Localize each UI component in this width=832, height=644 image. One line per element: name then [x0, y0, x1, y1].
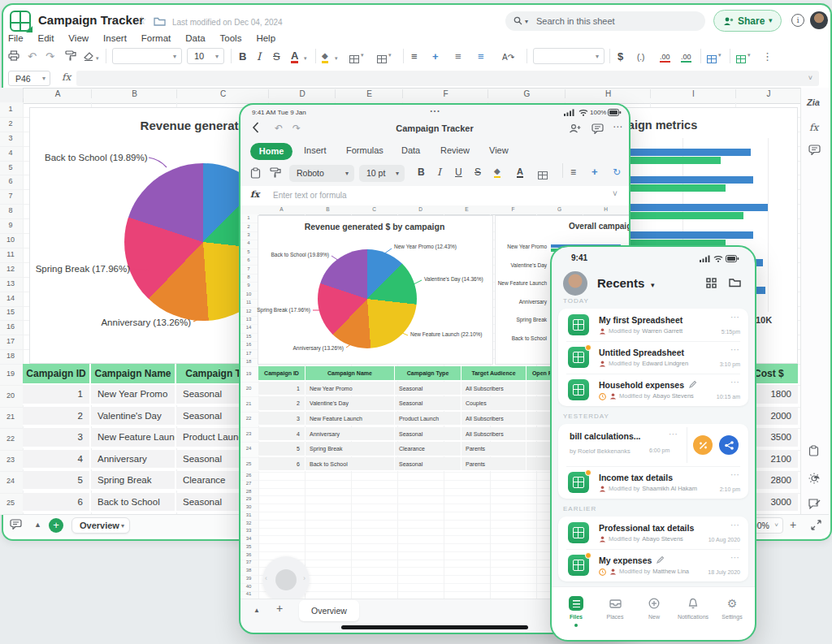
file-more-icon[interactable]: ⋯ [669, 429, 678, 439]
tablet-table-cell[interactable]: 3 [258, 412, 306, 426]
nav-item-notifications[interactable]: Notifications [675, 591, 711, 633]
tablet-table-cell[interactable]: All Subscribers [462, 412, 526, 426]
functions-icon[interactable]: fx [809, 122, 818, 133]
zia-icon[interactable]: Zia [807, 97, 820, 107]
table-cell[interactable]: 2 [23, 407, 91, 426]
file-more-icon[interactable]: ⋯ [730, 552, 740, 563]
row-number[interactable]: 24 [0, 477, 21, 485]
tablet-table-header-cell[interactable]: Campaign ID [258, 366, 306, 381]
table-cell[interactable]: Spring Break [91, 471, 176, 491]
tablet-table-cell[interactable]: Valentine's Day [306, 396, 395, 411]
row-number[interactable]: 22 [0, 434, 21, 443]
zoom-in-button[interactable]: + [790, 518, 796, 531]
sheet-tab-overview[interactable]: Overview ▾ [72, 517, 130, 534]
tablet-table-cell[interactable]: Anniversary [306, 427, 395, 442]
tablet-table-cell[interactable]: All Subscribers [462, 427, 526, 442]
tablet-sheet-tab-overview[interactable]: Overview [299, 600, 359, 621]
column-header-H[interactable]: H [565, 89, 651, 98]
file-more-icon[interactable]: ⋯ [730, 520, 740, 530]
tablet-table-cell[interactable]: Parents [462, 457, 526, 472]
tablet-table-header-cell[interactable]: Target Audience [462, 366, 526, 381]
phone-grid-view-icon[interactable] [706, 278, 717, 288]
cost-cell[interactable]: 3500 [748, 428, 798, 447]
phone-recents-label[interactable]: Recents [597, 276, 644, 290]
table-cell[interactable]: Anniversary [91, 450, 176, 469]
feedback-icon[interactable] [808, 499, 821, 509]
column-header-J[interactable]: J [735, 89, 801, 98]
tablet-table-cell[interactable]: 5 [258, 442, 306, 456]
clipboard-icon[interactable] [808, 445, 819, 456]
cost-header-cell[interactable]: Cost $ [748, 364, 798, 385]
tablet-home-indicator[interactable] [341, 625, 528, 629]
file-list-item[interactable]: My first SpreadsheetModified byWarren Ga… [558, 309, 748, 341]
tablet-table-cell[interactable]: New Feature Launch [306, 412, 395, 426]
tablet-table-cell[interactable]: 4 [258, 427, 306, 442]
file-more-icon[interactable]: ⋯ [730, 344, 740, 355]
tablet-table-cell[interactable]: All Subscribers [462, 382, 526, 396]
tablet-table-cell[interactable]: Couples [462, 396, 526, 411]
file-list-item-swiped[interactable]: bill calculations...⋯by Roelof Bekkenank… [558, 424, 748, 466]
comment-bubble-icon[interactable] [10, 519, 22, 529]
nav-item-files[interactable]: Files [558, 591, 594, 633]
nav-item-places[interactable]: Places [597, 591, 633, 633]
add-sheet-button[interactable]: + [49, 518, 63, 533]
table-cell[interactable]: New Feature Launch [91, 428, 176, 447]
cost-cell[interactable]: 2000 [748, 407, 798, 426]
stop-sharing-button[interactable] [693, 435, 713, 455]
file-list-item[interactable]: Untitled SpreadsheetModified byEdward Li… [558, 341, 748, 374]
table-cell[interactable]: 6 [23, 493, 91, 512]
nav-item-settings[interactable]: ⚙Settings [714, 591, 750, 633]
phone-folder-icon[interactable] [729, 277, 741, 287]
tablet-table-cell[interactable]: Parents [462, 442, 526, 456]
row-number[interactable]: 19 [0, 370, 21, 378]
cost-cell[interactable]: 2100 [748, 450, 798, 469]
phone-recents-chevron-icon[interactable]: ▾ [651, 281, 655, 289]
row-number[interactable]: 23 [0, 456, 21, 464]
tablet-table-cell[interactable]: 6 [258, 457, 306, 472]
file-more-icon[interactable]: ⋯ [730, 312, 740, 322]
tablet-table-header-cell[interactable]: Campaign Name [306, 366, 395, 381]
tablet-table-cell[interactable]: Seasonal [395, 396, 462, 411]
comments-icon[interactable] [808, 145, 821, 155]
file-more-icon[interactable]: ⋯ [730, 469, 740, 480]
tablet-table-cell[interactable]: New Year Promo [306, 382, 395, 396]
cost-cell[interactable]: 3000 [748, 493, 798, 512]
tablet-table-cell[interactable]: 2 [258, 396, 306, 411]
table-cell[interactable]: 1 [23, 385, 91, 404]
table-header-cell[interactable]: Campaign ID [23, 364, 91, 385]
row-number[interactable]: 21 [0, 413, 21, 421]
tablet-table-cell[interactable]: 1 [258, 382, 306, 396]
display-settings-icon[interactable] [808, 473, 820, 484]
nav-item-new[interactable]: New [636, 591, 672, 633]
file-more-icon[interactable]: ⋯ [730, 377, 740, 387]
row-number[interactable]: 20 [0, 391, 21, 400]
joystick-knob[interactable] [275, 569, 297, 590]
tablet-table-header-cell[interactable]: Campaign Type [395, 366, 462, 381]
file-list-item[interactable]: Household expensesModified byAbayo Steve… [558, 374, 748, 406]
table-cell[interactable]: 4 [23, 450, 91, 469]
tablet-table-cell[interactable]: Back to School [306, 457, 395, 472]
share-button-phone[interactable] [719, 435, 739, 455]
cost-cell[interactable]: 2800 [748, 471, 798, 491]
file-list-item[interactable]: Professional tax detailsModified byAbayo… [558, 516, 748, 549]
tablet-table-cell[interactable]: Seasonal [395, 382, 462, 396]
table-cell[interactable]: Back to School [91, 493, 176, 512]
row-number[interactable]: 25 [0, 499, 21, 507]
fullscreen-icon[interactable] [811, 520, 821, 530]
table-cell[interactable]: Valentine's Day [91, 407, 176, 426]
table-cell[interactable]: 5 [23, 471, 91, 491]
table-header-cell[interactable]: Campaign Name [91, 364, 176, 385]
table-cell[interactable]: New Year Promo [91, 385, 176, 404]
tablet-table-cell[interactable]: Seasonal [395, 427, 462, 442]
tablet-navigation-joystick[interactable]: ‹› [262, 556, 310, 603]
column-header-G[interactable]: G [488, 89, 566, 98]
tablet-table-cell[interactable]: Clearance [395, 442, 462, 456]
sheet-list-arrow-icon[interactable]: ▲ [34, 521, 41, 529]
tablet-table-cell[interactable]: Spring Break [306, 442, 395, 456]
file-list-item[interactable]: My expensesModified byMatthew Lina⋯18 Ju… [558, 549, 748, 581]
table-cell[interactable]: 3 [23, 428, 91, 447]
phone-user-avatar[interactable] [563, 271, 587, 296]
cost-cell[interactable]: 1800 [748, 385, 798, 404]
tablet-table-cell[interactable]: Product Launch [395, 412, 462, 426]
column-header-I[interactable]: I [650, 89, 736, 98]
